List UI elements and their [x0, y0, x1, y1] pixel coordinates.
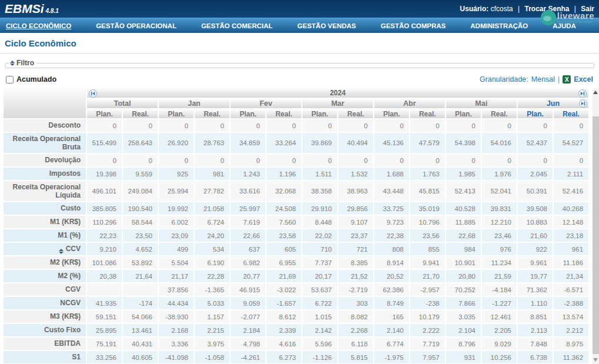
nav-item-gestao-compras[interactable]: GESTÃO COMPRAS	[381, 22, 446, 29]
subheader-fev-plan: Plan.	[231, 109, 267, 119]
cell-receita-operacional-liquida-11: 52.041	[482, 181, 518, 202]
subheader-total-real: Real.	[123, 109, 159, 119]
scroll-down-icon[interactable]	[593, 358, 598, 362]
cell-desconto-11: 0	[482, 119, 518, 133]
nav-item-gestao-comercial[interactable]: GESTÃO COMERCIAL	[201, 22, 272, 29]
cell-m1-kr-2: 6.002	[159, 216, 195, 229]
cell-s1-0: 33.256	[87, 351, 123, 364]
cell-ebitda-3: 3.975	[195, 338, 231, 351]
cell-m3-kr-7: 8.082	[338, 310, 374, 324]
cell-custo-11: 39.831	[482, 202, 518, 216]
cell-ccv-11: 976	[482, 243, 518, 256]
economic-cycle-table: 2024TotalJanFevMarAbrMaiJunPlan.Real.Pla…	[4, 88, 590, 364]
table-row-receita-operacional-bruta: Receita Operacional Bruta515.499258.6432…	[4, 133, 590, 154]
cell-custo-fixo-10: 2.104	[446, 324, 482, 338]
accumulated-checkbox[interactable]	[6, 76, 14, 84]
cell-ncgv-4: 9.059	[231, 297, 267, 310]
cell-custo-4: 25.997	[231, 202, 267, 216]
cell-m3-kr-0: 59.151	[87, 310, 123, 324]
cell-ebitda-11: 9.029	[482, 338, 518, 351]
column-group-jan: Jan	[159, 99, 231, 109]
cell-ccv-0: 9.210	[87, 243, 123, 256]
cell-cgv-5: -3.022	[267, 283, 302, 297]
cell-custo-5: 24.508	[267, 202, 302, 216]
cell-ccv-12: 922	[518, 243, 554, 256]
accumulated-toggle[interactable]: Acumulado	[6, 75, 56, 84]
cell-cgv-2: 37.856	[159, 283, 195, 297]
economic-cycle-table-wrap: 2024TotalJanFevMarAbrMaiJunPlan.Real.Pla…	[4, 88, 599, 364]
cell-m3-kr-2: -38.930	[159, 310, 195, 324]
cell-desconto-2: 0	[159, 119, 195, 133]
cell-m1-kr-4: 7.619	[231, 216, 267, 229]
cell-receita-operacional-bruta-8: 45.136	[374, 133, 410, 154]
cell-m2-kr-0: 101.086	[87, 256, 123, 270]
next-months-button skip-next-icon[interactable]	[579, 99, 587, 108]
excel-export-link[interactable]: Excel	[574, 75, 593, 84]
brand-tagline: tecnologia e serviços	[557, 21, 594, 24]
cell-ccv-10: 984	[446, 243, 482, 256]
cell-m2-kr-11: 11.234	[482, 256, 518, 270]
cell-devolucao-12: 0	[518, 154, 554, 168]
cell-ncgv-3: 5.033	[195, 297, 231, 310]
cell-m3-kr-6: 1.015	[302, 310, 338, 324]
filter-toggle[interactable]: Filtro	[9, 59, 36, 67]
cell-m1-7: 23,37	[338, 229, 374, 243]
cell-m1-8: 22,38	[374, 229, 410, 243]
column-group-label: Abr	[403, 99, 416, 108]
row-label: Custo	[4, 202, 87, 216]
column-group-fev: Fev	[231, 99, 302, 109]
app-version: 4.8.1	[46, 8, 59, 14]
expand-ccv-icon sort-vertical-icon[interactable]	[59, 245, 64, 254]
table-row-cgv: CGV37.856-1.36546.915-3.02253.637-2.7196…	[4, 283, 590, 297]
scrollbar-thumb[interactable]	[593, 116, 599, 354]
row-label: Impostos	[4, 168, 87, 181]
nav-item-administracao[interactable]: ADMINISTRAÇÃO	[471, 22, 528, 29]
cell-m2-0: 20,38	[87, 270, 123, 283]
table-row-m1-kr: M1 (KR$)110.29658.5446.0026.7247.6197.56…	[4, 216, 590, 229]
table-row-s1: S133.25640.605-41.098-1.058-4.2616.273-1…	[4, 351, 590, 364]
cell-ncgv-12: 1.110	[518, 297, 554, 310]
table-row-ccv: CCV9.2104.652499534637605710721808855984…	[4, 243, 590, 256]
subheader-mai-plan: Plan.	[446, 109, 482, 119]
user-name: cfcosta	[491, 5, 513, 13]
cell-ccv-8: 808	[374, 243, 410, 256]
cell-m1-kr-11: 12.210	[482, 216, 518, 229]
cell-receita-operacional-liquida-1: 249.084	[123, 181, 159, 202]
cell-m3-kr-4: -2.077	[231, 310, 267, 324]
cell-desconto-13: 0	[554, 119, 590, 133]
cell-ebitda-1: 40.431	[123, 338, 159, 351]
cell-ccv-13: 961	[554, 243, 590, 256]
nav-item-gestao-vendas[interactable]: GESTÃO VENDAS	[297, 22, 356, 29]
cell-s1-7: 5.815	[338, 351, 374, 364]
cell-s1-12: 6.738	[518, 351, 554, 364]
row-label: S1	[4, 351, 87, 364]
previous-year-button skip-previous-icon[interactable]	[89, 89, 97, 98]
next-year-button skip-next-icon[interactable]	[578, 89, 587, 98]
granularity-value-link[interactable]: Mensal	[531, 75, 555, 84]
row-label: M2 (%)	[4, 270, 87, 283]
cell-custo-fixo-5: 2.339	[267, 324, 302, 338]
cell-s1-8: -1.975	[374, 351, 410, 364]
cell-desconto-6: 0	[302, 119, 338, 133]
nav-item-ciclo-economico[interactable]: CICLO ECONÔMICO	[6, 22, 71, 29]
separator: |	[558, 75, 560, 84]
nav-item-gestao-operacional[interactable]: GESTÃO OPERACIONAL	[96, 22, 177, 29]
cell-desconto-1: 0	[123, 119, 159, 133]
cell-cgv-0	[87, 283, 123, 297]
cell-s1-4: -4.261	[231, 351, 267, 364]
cell-custo-0: 385.805	[87, 202, 123, 216]
vertical-scrollbar[interactable]	[593, 88, 599, 364]
column-group-label: Mai	[475, 99, 488, 108]
cell-m2-kr-8: 8.914	[374, 256, 410, 270]
cell-m2-kr-2: 5.504	[159, 256, 195, 270]
cell-m2-8: 20,52	[374, 270, 410, 283]
scroll-up-icon[interactable]	[593, 91, 598, 94]
collapse-expand-icon	[10, 61, 15, 66]
cell-s1-13: 11.362	[554, 351, 590, 364]
cell-devolucao-3: 0	[195, 154, 231, 168]
cell-cgv-8: 62.386	[374, 283, 410, 297]
cell-impostos-10: 1.985	[446, 168, 482, 181]
app-name: EBMSi	[5, 2, 44, 15]
column-group-total: Total	[87, 99, 159, 109]
cell-impostos-1: 9.559	[123, 168, 159, 181]
